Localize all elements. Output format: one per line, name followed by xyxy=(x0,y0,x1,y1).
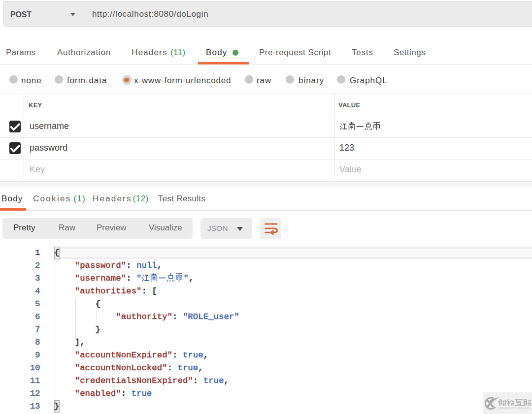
svg-text:CHUANG XIN HU LIAN: CHUANG XIN HU LIAN xyxy=(498,407,530,410)
